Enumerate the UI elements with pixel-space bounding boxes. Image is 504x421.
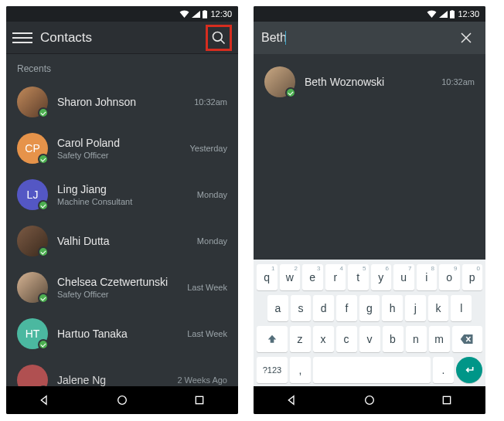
- contact-name: Hartuo Tanaka: [57, 328, 178, 340]
- contact-list[interactable]: Sharon Johnson 10:32am CP Carol Poland S…: [6, 79, 238, 386]
- shift-key[interactable]: [257, 326, 288, 352]
- enter-key[interactable]: [456, 357, 482, 383]
- contact-row[interactable]: Chelsea Czetwertunski Safety Officer Las…: [6, 264, 238, 311]
- nav-recent-button[interactable]: [184, 391, 215, 409]
- avatar: [17, 272, 48, 303]
- signal-icon: [439, 11, 448, 18]
- app-bar: Contacts: [6, 22, 238, 54]
- key-p[interactable]: p0: [462, 264, 483, 290]
- contact-name: Carol Poland: [57, 137, 180, 149]
- contact-time: Yesterday: [189, 144, 227, 153]
- svg-point-4: [118, 396, 127, 405]
- key-e[interactable]: e3: [302, 264, 323, 290]
- presence-badge: [38, 293, 49, 304]
- key-f[interactable]: f: [336, 295, 357, 321]
- backspace-key[interactable]: [452, 326, 483, 352]
- android-nav-bar: [254, 386, 485, 414]
- android-nav-bar: [6, 386, 238, 414]
- search-bar: Beth: [254, 22, 485, 54]
- key-a[interactable]: a: [267, 295, 288, 321]
- svg-rect-9: [443, 396, 450, 403]
- avatar: [17, 226, 48, 256]
- wifi-icon: [427, 10, 437, 18]
- nav-back-button[interactable]: [29, 391, 60, 409]
- key-x[interactable]: x: [313, 326, 334, 352]
- presence-badge: [38, 154, 49, 165]
- key-c[interactable]: c: [336, 326, 357, 352]
- nav-home-button[interactable]: [107, 391, 138, 409]
- presence-badge: [38, 246, 49, 257]
- nav-recent-button[interactable]: [431, 391, 462, 409]
- key-j[interactable]: j: [405, 295, 426, 321]
- key-m[interactable]: m: [429, 326, 450, 352]
- status-time: 12:30: [458, 9, 479, 19]
- contact-name: Beth Woznowski: [305, 76, 432, 88]
- close-button[interactable]: [455, 26, 478, 49]
- contact-row[interactable]: Sharon Johnson 10:32am: [6, 79, 238, 125]
- signal-icon: [192, 11, 200, 18]
- key-v[interactable]: v: [359, 326, 380, 352]
- key-g[interactable]: g: [359, 295, 380, 321]
- symbols-key[interactable]: ?123: [257, 357, 288, 383]
- on-screen-keyboard: q1w2e3r4t5y6u7i8o9p0 asdfghjkl zxcvbnm ?…: [254, 260, 485, 386]
- key-q[interactable]: q1: [257, 264, 278, 290]
- key-t[interactable]: t5: [348, 264, 369, 290]
- search-button[interactable]: [206, 25, 232, 51]
- presence-badge: [38, 385, 49, 386]
- contact-row[interactable]: Beth Woznowski 10:32am: [254, 54, 485, 105]
- page-title: Contacts: [40, 30, 206, 46]
- key-b[interactable]: b: [383, 326, 404, 352]
- phone-contacts: 12:30 Contacts Recents Sharon Johnson 10…: [6, 6, 238, 414]
- period-key[interactable]: .: [433, 357, 454, 383]
- key-u[interactable]: u7: [393, 264, 414, 290]
- key-w[interactable]: w2: [280, 264, 301, 290]
- wifi-icon: [179, 10, 189, 18]
- contact-row[interactable]: Valhi Dutta Monday: [6, 218, 238, 264]
- key-r[interactable]: r4: [325, 264, 346, 290]
- svg-rect-7: [451, 10, 454, 11]
- contact-time: 2 Weeks Ago: [177, 375, 227, 385]
- contact-row[interactable]: HT Hartuo Tanaka Last Week: [6, 311, 238, 357]
- svg-rect-0: [203, 11, 207, 19]
- battery-icon: [450, 10, 455, 19]
- svg-point-2: [213, 32, 223, 41]
- nav-back-button[interactable]: [277, 391, 308, 409]
- key-z[interactable]: z: [290, 326, 311, 352]
- contact-time: 10:32am: [441, 77, 475, 87]
- key-s[interactable]: s: [291, 295, 312, 321]
- search-results[interactable]: Beth Woznowski 10:32am: [254, 54, 485, 260]
- shift-icon: [267, 334, 278, 345]
- presence-badge: [38, 339, 49, 350]
- key-n[interactable]: n: [406, 326, 427, 352]
- key-h[interactable]: h: [382, 295, 403, 321]
- key-o[interactable]: o9: [439, 264, 460, 290]
- contact-name: Sharon Johnson: [57, 96, 185, 108]
- contact-time: Monday: [197, 236, 227, 246]
- key-l[interactable]: l: [451, 295, 472, 321]
- key-y[interactable]: y6: [371, 264, 392, 290]
- avatar: HT: [17, 318, 48, 349]
- section-header-recents: Recents: [6, 54, 238, 79]
- menu-button[interactable]: [12, 28, 32, 48]
- text-cursor: [285, 31, 286, 45]
- search-input-value[interactable]: Beth: [261, 31, 287, 45]
- status-bar: 12:30: [6, 6, 238, 22]
- contact-name: Jalene Ng: [57, 374, 168, 386]
- key-k[interactable]: k: [428, 295, 449, 321]
- contact-row[interactable]: Jalene Ng 2 Weeks Ago: [6, 357, 238, 386]
- presence-badge: [38, 107, 49, 118]
- contact-row[interactable]: LJ Ling Jiang Machine Consultant Monday: [6, 171, 238, 218]
- key-d[interactable]: d: [313, 295, 334, 321]
- contact-time: Last Week: [187, 283, 227, 292]
- svg-rect-6: [450, 11, 455, 19]
- contact-subtitle: Machine Consultant: [57, 197, 188, 206]
- contact-subtitle: Safety Officer: [57, 290, 178, 299]
- nav-home-button[interactable]: [354, 391, 385, 409]
- comma-key[interactable]: ,: [290, 357, 311, 383]
- space-key[interactable]: [313, 357, 431, 383]
- contact-name: Chelsea Czetwertunski: [57, 276, 178, 288]
- svg-point-8: [366, 396, 374, 405]
- key-i[interactable]: i8: [417, 264, 438, 290]
- contact-row[interactable]: CP Carol Poland Safety Officer Yesterday: [6, 125, 238, 171]
- status-bar: 12:30: [254, 6, 485, 22]
